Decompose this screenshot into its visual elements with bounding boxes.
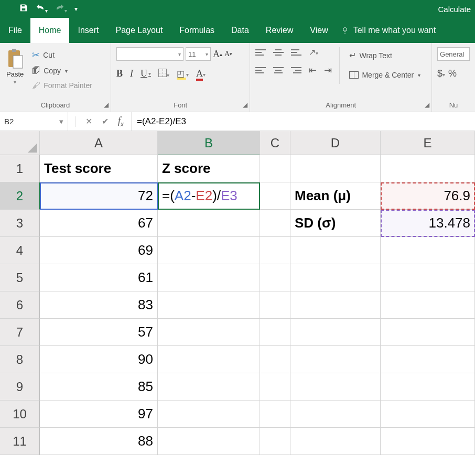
spreadsheet-grid[interactable]: A B C D E 1 Test score Z score 2 72 =(A2… (0, 131, 475, 455)
redo-button[interactable]: ▾ (55, 3, 67, 15)
decrease-indent-button[interactable] (309, 64, 317, 76)
row-header-6[interactable]: 6 (0, 291, 40, 319)
tab-view[interactable]: View (301, 18, 336, 43)
cell-B1[interactable]: Z score (158, 155, 260, 182)
column-header-E[interactable]: E (381, 131, 475, 155)
cell-A6[interactable]: 83 (40, 291, 158, 319)
cell-D4[interactable] (290, 237, 381, 264)
cell-A4[interactable]: 69 (40, 237, 158, 264)
cell-B9[interactable] (158, 373, 260, 401)
grow-font-button[interactable]: A▴ (213, 49, 222, 60)
cell-D7[interactable] (290, 319, 381, 346)
cell-C2[interactable] (260, 182, 290, 210)
cell-C1[interactable] (260, 155, 290, 182)
cell-B5[interactable] (158, 264, 260, 291)
cell-A2[interactable]: 72 (40, 182, 158, 210)
cell-A1[interactable]: Test score (40, 155, 158, 182)
undo-button[interactable]: ▾ (36, 3, 48, 15)
cell-A10[interactable]: 97 (40, 401, 158, 428)
cell-E8[interactable] (381, 346, 475, 373)
align-middle-button[interactable] (273, 48, 284, 57)
cell-A8[interactable]: 90 (40, 346, 158, 373)
column-header-D[interactable]: D (290, 131, 381, 155)
cell-A3[interactable]: 67 (40, 210, 158, 237)
cell-B2[interactable]: =(A2-E2)/E3 (158, 182, 260, 210)
cell-C3[interactable] (260, 210, 290, 237)
orientation-button[interactable]: ▾ (309, 47, 318, 57)
cell-D5[interactable] (290, 264, 381, 291)
cell-C5[interactable] (260, 264, 290, 291)
cell-C9[interactable] (260, 373, 290, 401)
cell-C8[interactable] (260, 346, 290, 373)
fill-color-button[interactable]: ▾ (177, 69, 189, 79)
align-right-button[interactable] (291, 66, 301, 75)
row-header-10[interactable]: 10 (0, 401, 40, 428)
cell-D1[interactable] (290, 155, 381, 182)
cell-B4[interactable] (158, 237, 260, 264)
increase-indent-button[interactable] (324, 64, 332, 76)
fx-icon[interactable]: fx (118, 115, 124, 128)
cell-B8[interactable] (158, 346, 260, 373)
row-header-3[interactable]: 3 (0, 210, 40, 237)
cell-E11[interactable] (381, 428, 475, 455)
cell-E2[interactable]: 76.9 (381, 182, 475, 210)
cell-B11[interactable] (158, 428, 260, 455)
enter-formula-button[interactable]: ✔ (102, 116, 109, 126)
bold-button[interactable]: B (116, 68, 123, 79)
align-center-button[interactable] (273, 66, 284, 75)
cell-B3[interactable] (158, 210, 260, 237)
cell-C11[interactable] (260, 428, 290, 455)
save-button[interactable] (19, 3, 28, 15)
copy-button[interactable]: Copy▾ (30, 65, 94, 77)
format-painter-button[interactable]: Format Painter (30, 80, 94, 91)
tab-home[interactable]: Home (30, 18, 70, 43)
cell-D8[interactable] (290, 346, 381, 373)
column-header-A[interactable]: A (40, 131, 158, 155)
wrap-text-button[interactable]: Wrap Text (347, 49, 423, 61)
row-header-5[interactable]: 5 (0, 264, 40, 291)
cell-D2[interactable]: Mean (μ) (290, 182, 381, 210)
cancel-formula-button[interactable]: ✕ (85, 116, 92, 126)
row-header-1[interactable]: 1 (0, 155, 40, 182)
font-color-button[interactable]: A▾ (196, 68, 206, 79)
cell-A11[interactable]: 88 (40, 428, 158, 455)
percent-format-button[interactable] (448, 68, 457, 79)
cell-E3[interactable]: 13.478 (381, 210, 475, 237)
row-header-7[interactable]: 7 (0, 319, 40, 346)
cell-B6[interactable] (158, 291, 260, 319)
cell-E10[interactable] (381, 401, 475, 428)
column-header-B[interactable]: B (158, 131, 260, 155)
cell-C6[interactable] (260, 291, 290, 319)
cell-D10[interactable] (290, 401, 381, 428)
paste-button[interactable]: Paste ▾ (5, 47, 25, 86)
cell-B10[interactable] (158, 401, 260, 428)
underline-button[interactable]: U▾ (141, 68, 151, 79)
cell-D6[interactable] (290, 291, 381, 319)
clipboard-launcher[interactable]: ◢ (104, 101, 109, 109)
cell-E5[interactable] (381, 264, 475, 291)
cut-button[interactable]: Cut (30, 48, 94, 62)
tab-formulas[interactable]: Formulas (171, 18, 223, 43)
cell-C4[interactable] (260, 237, 290, 264)
alignment-launcher[interactable]: ◢ (425, 101, 429, 109)
cell-C7[interactable] (260, 319, 290, 346)
shrink-font-button[interactable]: A▾ (224, 50, 232, 58)
formula-bar[interactable]: =(A2-E2)/E3 (131, 112, 475, 131)
row-header-9[interactable]: 9 (0, 373, 40, 401)
align-bottom-button[interactable] (291, 48, 301, 57)
cell-A7[interactable]: 57 (40, 319, 158, 346)
column-header-C[interactable]: C (260, 131, 290, 155)
align-top-button[interactable] (255, 48, 266, 57)
cell-E7[interactable] (381, 319, 475, 346)
font-name-select[interactable]: ▾ (116, 47, 183, 61)
select-all-corner[interactable] (0, 131, 40, 155)
tab-insert[interactable]: Insert (69, 18, 107, 43)
number-format-select[interactable]: General (437, 47, 470, 61)
align-left-button[interactable] (255, 66, 266, 75)
cell-E9[interactable] (381, 373, 475, 401)
font-size-select[interactable]: 11▾ (186, 47, 211, 61)
row-header-2[interactable]: 2 (0, 182, 40, 210)
cell-D3[interactable]: SD (σ) (290, 210, 381, 237)
row-header-8[interactable]: 8 (0, 346, 40, 373)
tab-file[interactable]: File (0, 18, 30, 43)
